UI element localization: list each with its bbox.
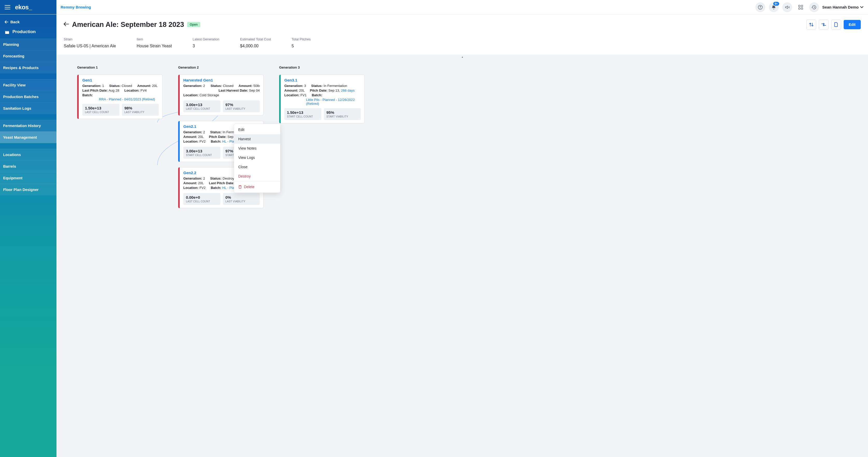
sidebar-item-forecasting[interactable]: Forecasting [0, 50, 57, 62]
summary-label-pitches: Total Pitches [291, 37, 311, 44]
generation-board: Generation 1 Gen1 Generation: 1 Status: … [57, 58, 868, 224]
card-gen31[interactable]: Gen3.1 Generation: 3 Status: In Fermenta… [279, 74, 365, 124]
card-title: Gen3.1 [284, 78, 361, 82]
sidebar: Back Production Planning Forecasting Rec… [0, 14, 57, 224]
sidebar-item-yeast[interactable]: Yeast Management [0, 131, 57, 143]
svg-rect-2 [799, 5, 800, 7]
announcements-icon[interactable] [782, 2, 792, 12]
card-gen1[interactable]: Gen1 Generation: 1 Status: Closed Amount… [77, 74, 163, 119]
card-title: Gen1 [82, 78, 159, 82]
page-title: American Ale: September 18 2023 [72, 21, 184, 29]
sidebar-item-facility[interactable]: Facility View [0, 79, 57, 91]
page-header: American Ale: September 18 2023 Open Edi… [57, 14, 868, 55]
sidebar-back-label: Back [10, 20, 20, 24]
summary-value-cost: $4,000.00 [240, 44, 271, 48]
summary-label-strain: Strain [64, 37, 116, 44]
column-title-2: Generation 2 [178, 65, 264, 69]
notifications-badge: 9+ [773, 1, 780, 6]
column-title-3: Generation 3 [279, 65, 365, 69]
sidebar-item-batches[interactable]: Production Batches [0, 91, 57, 102]
sidebar-item-planning[interactable]: Planning [0, 38, 57, 50]
sidebar-item-barrels[interactable]: Barrels [0, 160, 57, 172]
production-icon [5, 29, 10, 34]
batch-link[interactable]: Little Pils - Planned - 12/26/2022 (Reti… [284, 98, 361, 106]
svg-rect-5 [801, 8, 803, 9]
sidebar-item-floorplan[interactable]: Floor Plan Designer [0, 184, 57, 195]
sidebar-item-equipment[interactable]: Equipment [0, 172, 57, 184]
sidebar-item-locations[interactable]: Locations [0, 149, 57, 160]
summary-label-item: Item [137, 37, 172, 44]
company-link[interactable]: Remmy Brewing [57, 5, 91, 9]
edit-button[interactable]: Edit [844, 20, 861, 29]
column-gen2: Generation 2 Harvested Gen1 Generation: … [178, 65, 264, 214]
column-gen1: Generation 1 Gen1 Generation: 1 Status: … [77, 65, 163, 214]
help-icon[interactable] [755, 2, 765, 12]
brand-block: ekos_ [0, 0, 57, 14]
summary-value-gen: 3 [193, 44, 219, 48]
card-harvested-gen1[interactable]: Harvested Gen1 Generation: 2 Status: Clo… [178, 74, 264, 116]
user-name: Sean Hannah Demo [822, 5, 859, 9]
action-document-icon[interactable] [831, 20, 841, 30]
history-icon[interactable] [809, 2, 819, 12]
summary-row: StrainSafale US-05 | American Ale ItemHo… [64, 37, 861, 55]
svg-rect-4 [799, 8, 800, 9]
apps-icon[interactable] [796, 2, 806, 12]
column-title-1: Generation 1 [77, 65, 163, 69]
ctx-destroy[interactable]: Destroy [234, 171, 280, 181]
status-badge: Open [187, 22, 200, 27]
main-content: American Ale: September 18 2023 Open Edi… [57, 14, 868, 224]
sidebar-section: Production [0, 26, 57, 38]
ctx-edit[interactable]: Edit [234, 125, 280, 134]
collapse-caret[interactable] [57, 55, 868, 58]
ctx-delete[interactable]: Delete [234, 182, 280, 192]
svg-point-1 [760, 8, 761, 8]
logo: ekos_ [15, 4, 32, 11]
sidebar-item-sanitation[interactable]: Sanitation Logs [0, 102, 57, 114]
card-title: Harvested Gen1 [183, 78, 260, 82]
chevron-down-icon [860, 6, 863, 8]
summary-value-pitches: 5 [291, 44, 311, 48]
top-bar: ekos_ Remmy Brewing 9+ Sean Hannah Demo [0, 0, 868, 14]
menu-icon[interactable] [5, 5, 10, 9]
svg-rect-3 [801, 5, 803, 7]
context-menu: Edit Harvest View Notes View Logs Close … [234, 124, 280, 193]
sidebar-item-fermentation[interactable]: Fermentation History [0, 120, 57, 131]
top-actions: 9+ [755, 2, 822, 12]
back-arrow-icon[interactable] [64, 22, 69, 27]
action-transfer-icon[interactable] [819, 20, 829, 30]
ctx-logs[interactable]: View Logs [234, 153, 280, 162]
sidebar-back[interactable]: Back [0, 14, 57, 26]
sidebar-item-recipes[interactable]: Recipes & Products [0, 62, 57, 73]
arrow-left-icon [5, 21, 8, 24]
trash-icon [238, 185, 242, 189]
summary-label-cost: Estimated Total Cost [240, 37, 271, 44]
batch-link[interactable]: RRA - Planned - 04/01/2023 (Retired) [82, 97, 159, 101]
user-menu[interactable]: Sean Hannah Demo [822, 5, 868, 9]
summary-value-item: House Strain Yeast [137, 44, 172, 48]
ctx-harvest[interactable]: Harvest [234, 134, 280, 143]
summary-label-gen: Latest Generation [193, 37, 219, 44]
summary-value-strain: Safale US-05 | American Ale [64, 44, 116, 48]
ctx-notes[interactable]: View Notes [234, 143, 280, 153]
action-split-icon[interactable] [806, 20, 816, 30]
ctx-close[interactable]: Close [234, 162, 280, 171]
notifications-icon[interactable]: 9+ [769, 2, 779, 12]
sidebar-section-label: Production [12, 29, 36, 34]
column-gen3: Generation 3 Gen3.1 Generation: 3 Status… [279, 65, 365, 214]
